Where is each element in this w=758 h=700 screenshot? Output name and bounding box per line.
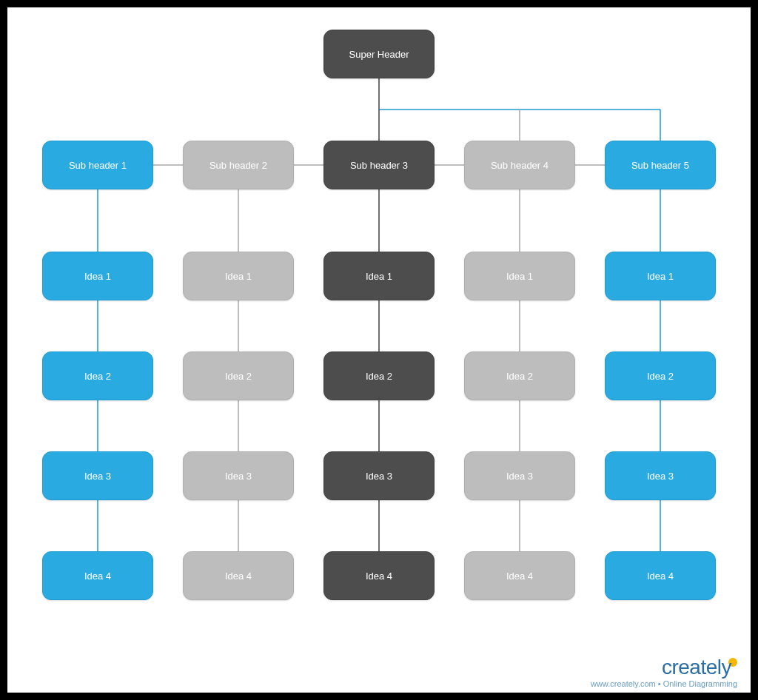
col4-idea2: Idea 2: [464, 351, 575, 400]
brand-name: creately: [662, 656, 731, 679]
col2-idea4: Idea 4: [183, 551, 294, 600]
col1-idea2: Idea 2: [42, 351, 153, 400]
super-header: Super Header: [323, 30, 435, 78]
col1-idea3: Idea 3: [42, 451, 153, 500]
col2-idea1: Idea 1: [183, 252, 294, 300]
sub-header-4: Sub header 4: [464, 141, 575, 189]
sub-header-3: Sub header 3: [323, 141, 435, 189]
org-chart-diagram: Super HeaderSub header 1Idea 1Idea 2Idea…: [7, 7, 751, 693]
col3-idea1: Idea 1: [323, 252, 435, 300]
brand-tagline: www.creately.com • Online Diagramming: [591, 679, 737, 688]
sub-header-2: Sub header 2: [183, 141, 294, 189]
sub-header-5: Sub header 5: [605, 141, 716, 189]
col5-idea1: Idea 1: [605, 252, 716, 300]
col5-idea4: Idea 4: [605, 551, 716, 600]
creately-logo: creately www.creately.com • Online Diagr…: [591, 656, 737, 688]
col2-idea2: Idea 2: [183, 351, 294, 400]
sub-header-1: Sub header 1: [42, 141, 153, 189]
col3-idea3: Idea 3: [323, 451, 435, 500]
col5-idea3: Idea 3: [605, 451, 716, 500]
col4-idea4: Idea 4: [464, 551, 575, 600]
col3-idea4: Idea 4: [323, 551, 435, 600]
col4-idea3: Idea 3: [464, 451, 575, 500]
col2-idea3: Idea 3: [183, 451, 294, 500]
col1-idea1: Idea 1: [42, 252, 153, 300]
col5-idea2: Idea 2: [605, 351, 716, 400]
col4-idea1: Idea 1: [464, 252, 575, 300]
col1-idea4: Idea 4: [42, 551, 153, 600]
col3-idea2: Idea 2: [323, 351, 435, 400]
